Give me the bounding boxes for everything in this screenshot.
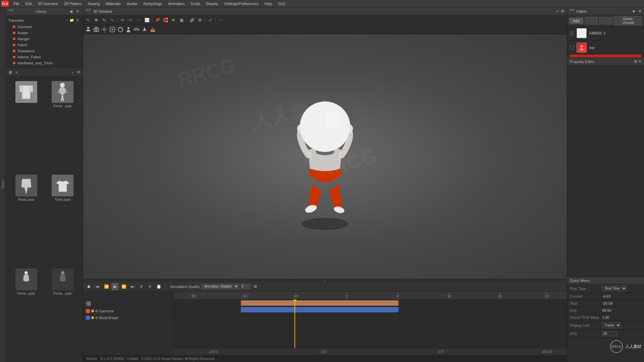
tool-export-btn[interactable]: 📤 (149, 26, 156, 33)
thumb-item-1[interactable]: Fema...zpac (45, 80, 80, 172)
tool-arrow-right[interactable]: → (135, 16, 143, 24)
viewport-resize-handle[interactable] (83, 279, 567, 282)
svg-point-13 (103, 28, 105, 31)
property-editor-expand[interactable]: ⊞ (634, 59, 637, 64)
sep-3 (186, 17, 187, 23)
tool-pin[interactable]: 📌 (154, 16, 161, 24)
tree-item-garment[interactable]: Garment (6, 24, 83, 30)
tool-grid2[interactable]: ▦ (178, 16, 185, 24)
tl-note-btn[interactable]: 📋 (155, 283, 162, 290)
menu-avatar[interactable]: Avatar (124, 1, 140, 6)
lib-view-list-btn[interactable]: ≡ (14, 70, 19, 75)
tool-magnet[interactable]: 🧲 (162, 16, 169, 24)
tl-forward-btn[interactable]: ⏩ (120, 283, 127, 290)
thumb-item-5[interactable]: Fema...zpac (45, 267, 80, 359)
tool-stitch[interactable]: ⊞ (196, 16, 204, 24)
lib-add-btn[interactable]: + (70, 70, 75, 75)
menu-display[interactable]: Display (203, 1, 221, 6)
tool-measure-btn[interactable] (133, 26, 140, 33)
fabric-add-button[interactable]: Add (569, 18, 583, 24)
tool-move[interactable]: ✥ (93, 16, 100, 24)
tl-close-btn[interactable]: ✕ (146, 283, 154, 290)
lib-settings-btn[interactable]: ⚙ (75, 69, 82, 75)
menu-script[interactable]: Script (188, 1, 203, 6)
menu-file[interactable]: File (11, 1, 22, 6)
sim-quality-settings-btn[interactable]: ⚙ (252, 283, 259, 290)
fabric-item-1[interactable]: ✓ FABRIC 1 (567, 26, 644, 41)
menu-sewing[interactable]: Sewing (85, 1, 102, 6)
tool-expand[interactable]: ⤢ (207, 16, 214, 24)
favorites-icons: + 📁 ⚙ (65, 18, 80, 23)
thumb-item-4[interactable]: Fema...zpac (9, 267, 44, 359)
menu-edit[interactable]: Edit (23, 1, 35, 6)
fabric-header-expand[interactable]: ▼ (632, 9, 636, 13)
viewport-expand-btn[interactable]: ⤢ (556, 9, 559, 13)
garment-clip[interactable] (241, 300, 398, 306)
thumb-item-0[interactable] (9, 80, 44, 172)
tool-more[interactable]: ⋯ (217, 16, 224, 24)
menu-3d-garment[interactable]: 3D Garment (35, 1, 61, 6)
tool-scale[interactable]: ⤡ (109, 16, 116, 24)
fav-icon-folder[interactable]: 📁 (69, 18, 75, 23)
tool-camera-btn[interactable] (93, 26, 100, 33)
tl-play-btn[interactable]: ▶ (111, 283, 119, 290)
tool-transform[interactable]: ⬜ (143, 16, 151, 24)
property-editor-close[interactable]: ✕ (638, 59, 641, 64)
menu-goz[interactable]: GoZ (275, 1, 288, 6)
sim-quality-num-input[interactable] (240, 284, 251, 289)
tool-pen[interactable]: ✏ (119, 16, 126, 24)
thumb-item-2[interactable]: Pants.zpac (9, 173, 44, 265)
tree-item-hanger[interactable]: Hanger (6, 36, 83, 42)
fabric-color-picker-2[interactable] (599, 17, 612, 24)
tl-prev-btn[interactable]: ⏮ (94, 283, 101, 290)
lib-view-grid-btn[interactable]: ▦ (7, 69, 13, 75)
qm-fps-input[interactable] (602, 331, 617, 336)
fabric-color-picker[interactable] (585, 17, 598, 24)
tool-sew[interactable]: 🔗 (188, 16, 196, 24)
viewport-3d[interactable]: RRCG 人人素材 RRCG (83, 34, 567, 279)
tool-light-btn[interactable] (101, 26, 108, 33)
sim-quality-dropdown[interactable]: Animation (Stable) (201, 284, 239, 289)
menu-retopology[interactable]: Retopology (141, 1, 165, 6)
qm-play-type-dropdown[interactable]: Real Time (602, 286, 627, 291)
bodyshape-clip[interactable] (241, 307, 398, 312)
tool-color-btn[interactable] (141, 26, 148, 33)
menu-settings[interactable]: Settings/Preferences (221, 1, 261, 6)
fabric-delete-button[interactable]: Delete Unused (614, 16, 642, 25)
quick-menu-title: Quick Menu (570, 279, 590, 283)
tool-eye[interactable]: 👁 (170, 16, 177, 24)
menu-animation[interactable]: Animation (165, 1, 187, 6)
fabric-item-2[interactable]: top (567, 41, 644, 55)
tl-rewind-btn[interactable]: ⏪ (103, 283, 110, 290)
library-expand-btn[interactable]: ◀ (68, 9, 73, 14)
tool-person-btn[interactable] (125, 26, 132, 33)
tool-cut[interactable]: ✂ (127, 16, 135, 24)
store-side-tab[interactable]: Store (0, 7, 6, 362)
tl-refresh-btn[interactable]: ↺ (138, 283, 145, 290)
fabric-header-close[interactable]: ✕ (638, 9, 641, 13)
menu-materials[interactable]: Materials (103, 1, 123, 6)
svg-point-12 (95, 29, 97, 31)
tree-item-substance[interactable]: Substance (6, 48, 83, 54)
tl-next-btn[interactable]: ⏭ (129, 283, 136, 290)
thumb-item-3[interactable]: Tshirt.zpac (45, 173, 80, 265)
menu-help[interactable]: Help (262, 1, 275, 6)
tl-record-btn[interactable]: ⏺ (85, 283, 93, 290)
tool-material-btn[interactable] (117, 26, 124, 33)
tool-rotate[interactable]: ↻ (101, 16, 108, 24)
timeline-playhead[interactable] (294, 300, 295, 348)
viewport-logo: CLO (86, 9, 91, 14)
library-close-btn[interactable]: ✕ (75, 9, 80, 14)
qm-display-unit-dropdown[interactable]: Frame (602, 322, 621, 328)
menu-2d-pattern[interactable]: 2D Pattern (61, 1, 85, 6)
viewport-settings-btn[interactable]: ⚙ (561, 9, 564, 13)
tool-avatar-btn[interactable] (85, 26, 92, 33)
tool-select[interactable]: ↖ (85, 16, 92, 24)
tree-item-hardware[interactable]: Hardware_and_Trims (6, 60, 83, 66)
tree-item-interior-fabric[interactable]: Interior_Fabric (6, 54, 83, 60)
tree-item-avatar[interactable]: Avatar (6, 30, 83, 36)
fav-icon-settings[interactable]: ⚙ (75, 18, 80, 23)
tree-item-fabric[interactable]: Fabric (6, 42, 83, 48)
fav-icon-add[interactable]: + (65, 18, 68, 23)
tool-render-btn[interactable] (109, 26, 116, 33)
